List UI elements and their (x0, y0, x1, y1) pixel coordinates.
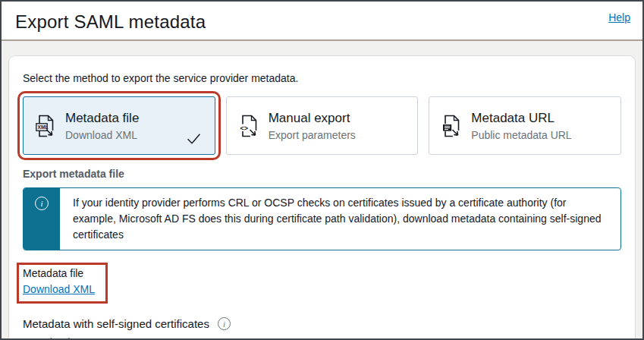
content-background: Select the method to export the service … (2, 41, 642, 338)
intro-text: Select the method to export the service … (23, 72, 621, 84)
tile-subtitle: Export parameters (269, 129, 356, 141)
xml-file-export-icon: XML (36, 115, 55, 137)
tile-title: Metadata file (65, 111, 139, 126)
tile-text: Manual export Export parameters (269, 111, 356, 141)
tile-subtitle: Public metadata URL (471, 129, 571, 141)
tile-text: Metadata URL Public metadata URL (471, 111, 571, 141)
code-file-export-icon: <> (239, 115, 259, 137)
info-alert: i If your identity provider performs CRL… (23, 187, 621, 250)
list-file-export-icon (441, 115, 461, 137)
page-header: Export SAML metadata Help (2, 2, 642, 39)
export-method-tiles: XML Metadata file Download XML (23, 96, 621, 155)
info-alert-text: If your identity provider performs CRL o… (60, 188, 620, 250)
tile-metadata-url[interactable]: Metadata URL Public metadata URL (429, 96, 621, 155)
export-panel: Select the method to export the service … (8, 55, 636, 338)
tile-title: Manual export (269, 111, 356, 126)
tile-title: Metadata URL (471, 111, 571, 126)
info-icon[interactable]: i (218, 317, 231, 330)
info-icon: i (35, 197, 49, 210)
download-xml-link[interactable]: Download XML (23, 283, 95, 295)
metadata-file-group: Metadata file Download XML (17, 263, 108, 304)
tile-subtitle: Download XML (65, 129, 139, 141)
tile-manual-export[interactable]: <> Manual export Export parameters (226, 96, 419, 155)
info-alert-strip: i (24, 188, 60, 250)
self-signed-label: Metadata with self-signed certificates (23, 317, 209, 330)
page-title: Export SAML metadata (15, 11, 629, 33)
help-link[interactable]: Help (608, 11, 630, 24)
tile-metadata-file[interactable]: XML Metadata file Download XML (23, 96, 215, 155)
section-heading: Export metadata file (23, 168, 621, 180)
metadata-file-label: Metadata file (23, 267, 95, 279)
svg-text:<>: <> (240, 124, 248, 132)
export-saml-metadata-window: Export SAML metadata Help Select the met… (0, 0, 644, 340)
checkmark-icon (185, 133, 203, 146)
self-signed-row: Metadata with self-signed certificates i (23, 317, 621, 330)
tile-text: Metadata file Download XML (65, 111, 139, 141)
download-xml-self-signed-link[interactable]: Download XML (23, 336, 95, 338)
svg-text:XML: XML (38, 124, 49, 130)
